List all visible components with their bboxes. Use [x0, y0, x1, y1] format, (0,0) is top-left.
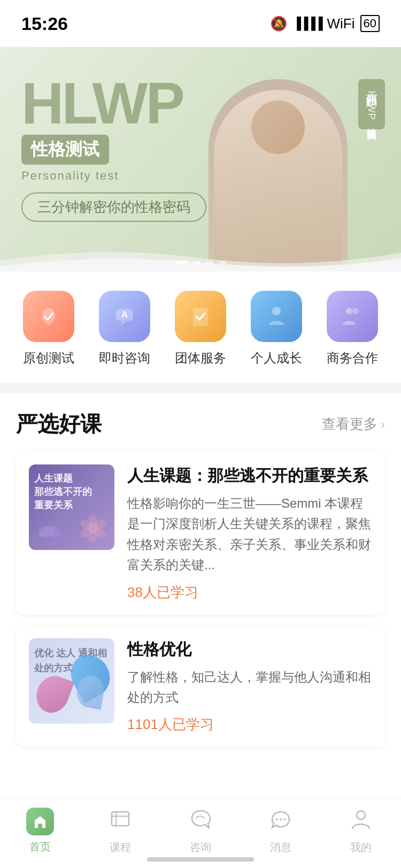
nav-label-group: 团体服务 — [175, 350, 226, 367]
banner-dots — [175, 261, 226, 264]
home-indicator — [147, 857, 254, 862]
nav-item-consult[interactable]: A 即时咨询 — [92, 291, 157, 367]
see-more-label: 查看更多 — [322, 415, 377, 433]
course-desc-2: 了解性格，知己达人，掌握与他人沟通和相处的方式 — [127, 667, 372, 708]
dot-1[interactable] — [175, 261, 188, 264]
wifi-icon: WiFi — [327, 15, 355, 32]
banner-side-info: 何丽娟 HLWP性格测试创始人 — [358, 79, 385, 129]
tab-consult[interactable]: 咨询 — [160, 808, 241, 855]
see-more-button[interactable]: 查看更多 › — [322, 415, 385, 433]
banner-tag: 性格测试 — [21, 135, 109, 165]
person-head — [251, 100, 305, 154]
thumb-leaf-pink — [32, 671, 74, 717]
battery-icon: 60 — [360, 15, 380, 32]
course-info-1: 人生课题：那些逃不开的重要关系 性格影响你的一生三世——Semmi 本课程是一门… — [127, 464, 372, 602]
course-info-2: 性格优化 了解性格，知己达人，掌握与他人沟通和相处的方式 1101人已学习 — [127, 638, 372, 734]
svg-rect-16 — [112, 812, 129, 826]
course-desc-1: 性格影响你的一生三世——Semmi 本课程是一门深度剖析人生关键关系的课程，聚焦… — [127, 493, 372, 576]
dot-4[interactable] — [219, 261, 226, 264]
banner-hlwp-text: HLWP — [21, 74, 206, 133]
nav-label-growth: 个人成长 — [251, 350, 302, 367]
tab-course-label: 课程 — [110, 840, 131, 855]
banner-button[interactable]: 三分钟解密你的性格密码 — [21, 192, 206, 222]
banner[interactable]: HLWP 性格测试 Personality test 三分钟解密你的性格密码 何… — [0, 47, 401, 272]
banner-wave — [0, 239, 401, 272]
svg-point-21 — [283, 818, 286, 820]
quick-nav: 原创测试 A 即时咨询 团体服务 个人成长 — [0, 272, 401, 383]
chevron-right-icon: › — [381, 417, 385, 432]
course-title-2: 性格优化 — [127, 638, 372, 661]
section-header: 严选好课 查看更多 › — [16, 409, 385, 439]
status-icons: 🔕 ▐▐▐▐ WiFi 60 — [270, 15, 380, 32]
nav-label-consult: 即时咨询 — [99, 350, 150, 367]
svg-point-5 — [352, 308, 359, 314]
dot-2[interactable] — [193, 261, 200, 264]
tab-home-label: 首页 — [29, 840, 51, 854]
nav-icon-group — [175, 291, 226, 342]
banner-author-desc: HLWP性格测试创始人 — [365, 91, 378, 124]
status-time: 15:26 — [21, 13, 68, 34]
svg-point-4 — [346, 308, 352, 314]
section-title: 严选好课 — [16, 409, 102, 439]
nav-item-growth[interactable]: 个人成长 — [244, 291, 309, 367]
nav-label-test: 原创测试 — [23, 350, 74, 367]
nav-icon-test — [23, 291, 74, 342]
course-icon — [109, 808, 132, 836]
tab-consult-label: 咨询 — [190, 840, 211, 855]
svg-text:A: A — [121, 310, 128, 319]
thumb-1-label: 人生课题 那些逃不开的 重要关系 — [34, 472, 92, 513]
svg-point-20 — [280, 818, 282, 820]
svg-rect-2 — [193, 308, 208, 326]
tab-course[interactable]: 课程 — [80, 808, 160, 855]
courses-section: 严选好课 查看更多 › 人生课题 那些逃不开的 重要关系 — [0, 393, 401, 854]
nav-label-biz: 商务合作 — [327, 350, 378, 367]
tab-mine[interactable]: 我的 — [321, 808, 401, 855]
course-students-2: 1101人已学习 — [127, 715, 372, 734]
mute-icon: 🔕 — [270, 15, 287, 32]
banner-author-name: 何丽娟 — [364, 84, 380, 88]
tab-message[interactable]: 消息 — [241, 808, 321, 855]
tab-mine-label: 我的 — [350, 840, 372, 855]
course-card-1[interactable]: 人生课题 那些逃不开的 重要关系 人生课题：那些逃不开的重要关系 性格影响你的一… — [16, 452, 385, 615]
tab-message-label: 消息 — [270, 840, 291, 855]
tab-home[interactable]: 首页 — [0, 808, 80, 854]
nav-item-biz[interactable]: 商务合作 — [320, 291, 384, 367]
banner-subtitle: Personality test — [21, 169, 206, 183]
nav-icon-growth — [251, 291, 302, 342]
nav-icon-consult: A — [99, 291, 150, 342]
nav-item-group[interactable]: 团体服务 — [168, 291, 233, 367]
svg-point-19 — [276, 818, 278, 820]
status-bar: 15:26 🔕 ▐▐▐▐ WiFi 60 — [0, 0, 401, 47]
dot-3[interactable] — [206, 261, 213, 264]
course-thumb-1: 人生课题 那些逃不开的 重要关系 — [29, 464, 114, 550]
svg-point-22 — [357, 811, 365, 819]
course-thumb-2: 优化 达人 通和相处的方式 — [29, 638, 114, 724]
consult-icon — [189, 808, 212, 836]
course-card-2[interactable]: 优化 达人 通和相处的方式 性格优化 了解性格，知己达人，掌握与他人沟通和相处的… — [16, 625, 385, 747]
mine-icon — [349, 808, 373, 836]
message-icon — [269, 808, 292, 836]
banner-content: HLWP 性格测试 Personality test 三分钟解密你的性格密码 — [21, 74, 206, 222]
home-icon — [26, 808, 54, 835]
nav-item-test[interactable]: 原创测试 — [17, 291, 81, 367]
svg-point-3 — [272, 307, 281, 315]
nav-icon-biz — [327, 291, 378, 342]
signal-icon: ▐▐▐▐ — [292, 17, 321, 30]
course-students-1: 38人已学习 — [127, 583, 372, 602]
course-title-1: 人生课题：那些逃不开的重要关系 — [127, 464, 372, 487]
